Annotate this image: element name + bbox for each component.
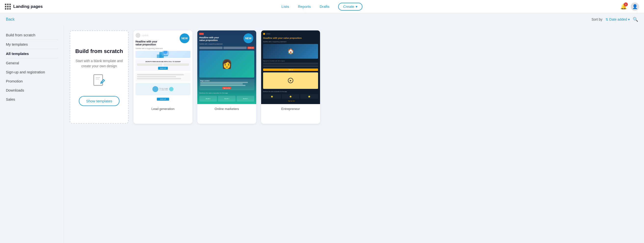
sort-area: Sort by ⇅ Date added ▾ 🔍: [592, 17, 638, 22]
sidebar-item-signup[interactable]: Sign-up and registration: [6, 68, 58, 76]
svg-rect-0: [94, 74, 102, 86]
new-badge: NEW: [180, 34, 190, 43]
notification-button[interactable]: 🔔 1: [620, 4, 627, 10]
nav-reports[interactable]: Reports: [298, 4, 311, 8]
avatar-button[interactable]: 👤: [631, 2, 639, 11]
avatar-icon: 👤: [632, 4, 638, 9]
sidebar-item-my-templates[interactable]: My templates: [6, 40, 58, 49]
search-button[interactable]: 🔍: [633, 17, 638, 22]
template-card-online-marketers[interactable]: NEW Headline with yourvalue proposition …: [197, 30, 256, 124]
back-bar: Back Sort by ⇅ Date added ▾ 🔍: [0, 13, 644, 26]
sidebar-item-sales[interactable]: Sales: [6, 95, 58, 104]
templates-area: Build from scratch Start with a blank te…: [64, 26, 644, 243]
sort-icon: ⇅: [606, 18, 608, 21]
sidebar-item-promotion[interactable]: Promotion: [6, 76, 58, 86]
sidebar-item-build-from-scratch[interactable]: Build from scratch: [6, 30, 58, 40]
create-button[interactable]: Create ▾: [338, 3, 362, 10]
topnav-center: Lists Reports Drafts Create ▾: [282, 3, 362, 10]
notification-badge: 1: [624, 2, 628, 6]
grid-icon: [5, 4, 11, 10]
new-badge-om: NEW: [244, 34, 253, 43]
topnav-right: 🔔 1 👤: [620, 2, 639, 11]
brand: Landing pages: [5, 4, 43, 10]
back-link[interactable]: Back: [6, 17, 15, 22]
template-label-om: Online marketers: [197, 104, 256, 114]
edit-icon: [92, 73, 106, 90]
template-card-lead-generation[interactable]: NEW LOGO Headline with yourvalue proposi…: [134, 30, 192, 124]
sidebar-item-all-templates[interactable]: All templates: [6, 49, 58, 58]
sidebar-item-general[interactable]: General: [6, 58, 58, 68]
content-area: Back Sort by ⇅ Date added ▾ 🔍 Build from…: [0, 13, 644, 243]
scratch-card[interactable]: Build from scratch Start with a blank te…: [70, 30, 128, 124]
nav-lists[interactable]: Lists: [282, 4, 289, 8]
sidebar-item-downloads[interactable]: Downloads: [6, 86, 58, 95]
show-templates-button[interactable]: Show templates: [79, 96, 120, 106]
sort-select[interactable]: ⇅ Date added ▾: [606, 18, 630, 21]
template-label-ent: Entrepreneur: [261, 104, 320, 114]
chevron-down-icon: ▾: [356, 4, 358, 9]
scratch-card-title: Build from scratch: [75, 48, 123, 54]
chevron-down-icon: ▾: [628, 18, 630, 21]
search-icon: 🔍: [633, 17, 638, 22]
nav-drafts[interactable]: Drafts: [320, 4, 329, 8]
brand-title: Landing pages: [13, 4, 43, 9]
template-label-lead: Lead generation: [134, 104, 192, 114]
topnav: Landing pages Lists Reports Drafts Creat…: [0, 0, 644, 13]
scratch-card-description: Start with a blank template and create y…: [75, 58, 123, 69]
main-layout: Build from scratch My templates All temp…: [0, 26, 644, 243]
template-preview-ent: LOGO Headline with your value propositio…: [261, 30, 320, 104]
template-card-entrepreneur[interactable]: LOGO Headline with your value propositio…: [261, 30, 320, 124]
sidebar: Build from scratch My templates All temp…: [0, 26, 64, 243]
sort-label: Sort by: [592, 18, 602, 21]
